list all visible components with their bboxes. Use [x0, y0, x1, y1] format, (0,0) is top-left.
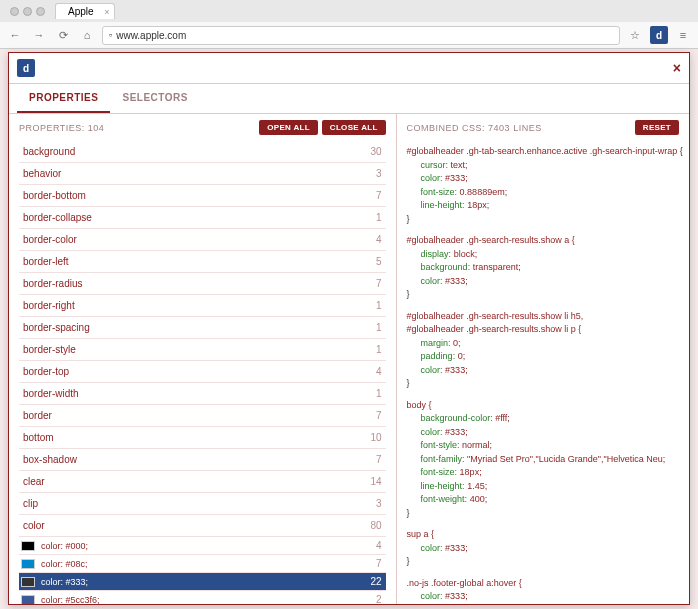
css-rule: #globalheader .gh-search-results.show a … [407, 234, 679, 302]
page-icon: ▫ [109, 30, 112, 40]
tab-close-icon[interactable]: × [104, 7, 109, 17]
extension-icon[interactable]: d [650, 26, 668, 44]
property-row[interactable]: bottom10 [19, 427, 386, 449]
property-row[interactable]: border-width1 [19, 383, 386, 405]
panel-header: d × [9, 53, 689, 84]
tab-title: Apple [68, 6, 94, 17]
window-controls[interactable] [4, 7, 51, 16]
css-rule: #globalheader .gh-tab-search.enhance.act… [407, 145, 679, 226]
property-row[interactable]: color80 [19, 515, 386, 537]
properties-count: PROPERTIES: 104 [19, 123, 255, 133]
tab-properties[interactable]: PROPERTIES [17, 84, 110, 113]
browser-tabs-bar: Apple × [0, 0, 698, 22]
property-row[interactable]: border-top4 [19, 361, 386, 383]
reset-button[interactable]: RESET [635, 120, 679, 135]
color-value-row[interactable]: color: #333;22 [19, 573, 386, 591]
color-value-row[interactable]: color: #000;4 [19, 537, 386, 555]
property-row[interactable]: border-left5 [19, 251, 386, 273]
menu-icon[interactable]: ≡ [674, 26, 692, 44]
property-row[interactable]: background30 [19, 141, 386, 163]
panel-logo: d [17, 59, 35, 77]
panel-tabs: PROPERTIESSELECTORS [9, 84, 689, 114]
open-all-button[interactable]: OPEN ALL [259, 120, 318, 135]
browser-tab[interactable]: Apple × [55, 3, 115, 19]
home-button[interactable]: ⌂ [78, 26, 96, 44]
forward-button[interactable]: → [30, 26, 48, 44]
panel-close-button[interactable]: × [673, 60, 681, 76]
back-button[interactable]: ← [6, 26, 24, 44]
url-field[interactable]: ▫ www.apple.com [102, 26, 620, 45]
reload-button[interactable]: ⟳ [54, 26, 72, 44]
property-row[interactable]: box-shadow7 [19, 449, 386, 471]
color-value-row[interactable]: color: #08c;7 [19, 555, 386, 573]
address-bar: ← → ⟳ ⌂ ▫ www.apple.com ☆ d ≡ [0, 22, 698, 48]
property-row[interactable]: border-style1 [19, 339, 386, 361]
property-list[interactable]: background30behavior3border-bottom7borde… [9, 141, 396, 604]
property-row[interactable]: border-spacing1 [19, 317, 386, 339]
property-row[interactable]: clear14 [19, 471, 386, 493]
css-output-pane: COMBINED CSS: 7403 LINES RESET #globalhe… [397, 114, 689, 604]
properties-pane: PROPERTIES: 104 OPEN ALL CLOSE ALL backg… [9, 114, 397, 604]
property-row[interactable]: border-color4 [19, 229, 386, 251]
css-rule: #globalheader .gh-search-results.show li… [407, 310, 679, 391]
property-row[interactable]: border-right1 [19, 295, 386, 317]
tab-selectors[interactable]: SELECTORS [110, 84, 199, 113]
css-line-count: COMBINED CSS: 7403 LINES [407, 123, 542, 133]
css-code-view[interactable]: #globalheader .gh-tab-search.enhance.act… [397, 141, 689, 604]
css-rule: sup a { color: #333; } [407, 528, 679, 569]
property-row[interactable]: behavior3 [19, 163, 386, 185]
property-row[interactable]: border7 [19, 405, 386, 427]
color-value-row[interactable]: color: #5cc3f6;2 [19, 591, 386, 604]
bookmark-star-icon[interactable]: ☆ [626, 26, 644, 44]
css-rule: .no-js .footer-global a:hover { color: #… [407, 577, 679, 605]
property-row[interactable]: clip3 [19, 493, 386, 515]
css-inspector-panel: d × PROPERTIESSELECTORS PROPERTIES: 104 … [8, 52, 690, 605]
browser-chrome: Apple × ← → ⟳ ⌂ ▫ www.apple.com ☆ d ≡ [0, 0, 698, 49]
css-rule: body { background-color: #fff; color: #3… [407, 399, 679, 521]
property-row[interactable]: border-bottom7 [19, 185, 386, 207]
close-all-button[interactable]: CLOSE ALL [322, 120, 386, 135]
property-row[interactable]: border-radius7 [19, 273, 386, 295]
property-row[interactable]: border-collapse1 [19, 207, 386, 229]
